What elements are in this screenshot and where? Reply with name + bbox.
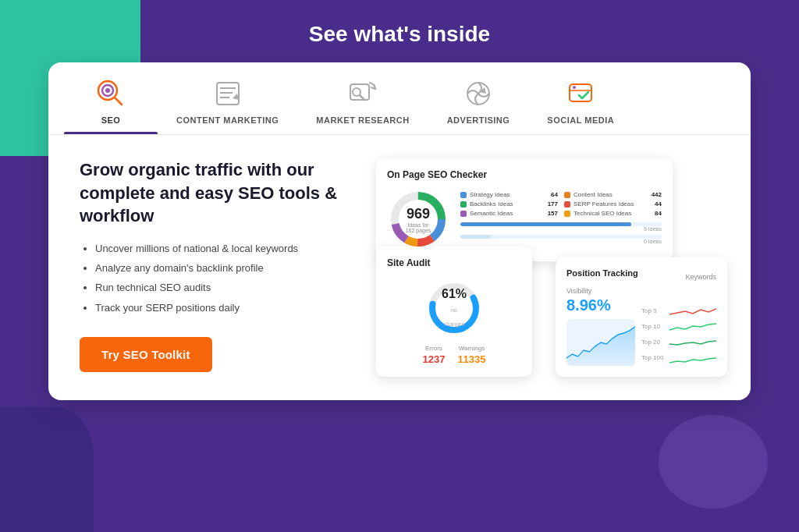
content-area: Grow organic traffic with our complete a… bbox=[48, 135, 751, 400]
svg-line-2 bbox=[115, 98, 122, 105]
metric-strategy: Strategy Ideas 64 bbox=[460, 191, 558, 198]
seo-metrics: Strategy Ideas 64 Content Ideas 442 Back… bbox=[460, 191, 662, 247]
keywords-label: Keywords bbox=[685, 268, 716, 282]
social-media-icon bbox=[563, 76, 598, 111]
metric-technical: Technical SEO Ideas 84 bbox=[564, 210, 662, 217]
seo-checker-content: 969 Ideas for 162 pages Strategy Ideas 6… bbox=[387, 188, 662, 250]
tab-seo[interactable]: SEO bbox=[64, 62, 158, 134]
keywords-column: Top 3 Top 10 bbox=[641, 287, 716, 366]
circle-pct: 61% bbox=[442, 287, 467, 300]
donut-chart: 969 Ideas for 162 pages bbox=[387, 188, 449, 250]
page-background: See what's inside SEO bbox=[0, 0, 799, 532]
site-audit-card: Site Audit 61% no changes bbox=[376, 246, 532, 377]
kw-top20-label: Top 20 bbox=[641, 339, 665, 346]
metric-dot-technical bbox=[564, 211, 570, 217]
main-heading: Grow organic traffic with our complete a… bbox=[80, 158, 345, 228]
kw-top100-sparkline bbox=[669, 352, 716, 364]
metric-label-technical: Technical SEO Ideas bbox=[574, 210, 652, 217]
progress-bars-section: 9 Ideas 0 Ideas bbox=[460, 222, 662, 247]
metric-label-content: Content Ideas bbox=[574, 191, 648, 198]
left-column: Grow organic traffic with our complete a… bbox=[80, 158, 345, 372]
stat-warnings: Warnings 11335 bbox=[457, 345, 485, 366]
decorative-blob-bl bbox=[0, 407, 94, 532]
tab-social-media[interactable]: SOCIAL MEDIA bbox=[528, 62, 633, 134]
metric-dot-serp bbox=[564, 201, 570, 207]
stat-errors: Errors 1237 bbox=[422, 345, 445, 366]
stat-errors-value: 1237 bbox=[422, 353, 445, 365]
tab-social-media-label: SOCIAL MEDIA bbox=[547, 115, 614, 125]
seo-icon bbox=[94, 76, 128, 111]
tab-market-research-label: MARKET RESEARCH bbox=[316, 115, 409, 125]
stat-warnings-label: Warnings bbox=[457, 345, 485, 352]
kw-top3-sparkline bbox=[669, 305, 716, 317]
metric-value-backlinks: 177 bbox=[548, 200, 558, 207]
svg-point-3 bbox=[105, 88, 110, 93]
prog-bar-1: 9 Ideas bbox=[460, 222, 662, 232]
tracking-header: Position Tracking Keywords bbox=[566, 268, 716, 282]
metric-value-semantic: 157 bbox=[548, 210, 558, 217]
metric-label-strategy: Strategy Ideas bbox=[470, 191, 548, 198]
metric-serp: SERP Features Ideas 44 bbox=[564, 200, 662, 207]
tab-seo-label: SEO bbox=[101, 115, 121, 125]
tab-market-research[interactable]: MARKET RESEARCH bbox=[297, 62, 428, 134]
kw-top10: Top 10 bbox=[641, 321, 716, 333]
tab-advertising-label: ADVERTISING bbox=[447, 115, 510, 125]
bullet-4: Track your SERP positions daily bbox=[95, 301, 345, 315]
svg-point-13 bbox=[573, 86, 576, 89]
kw-top10-sparkline bbox=[669, 321, 716, 333]
donut-center: 969 Ideas for 162 pages bbox=[403, 206, 434, 233]
metric-dot-semantic bbox=[460, 211, 467, 217]
kw-top3-label: Top 3 bbox=[641, 307, 665, 314]
bullet-list: Uncover millions of national & local key… bbox=[80, 242, 345, 315]
right-column: On Page SEO Checker bbox=[376, 158, 727, 377]
kw-top3: Top 3 bbox=[641, 305, 716, 317]
prog-label-1: 9 Ideas bbox=[460, 226, 662, 232]
tracking-body: Visibility 8.96% bbox=[566, 287, 716, 366]
tab-content-marketing[interactable]: CONTENT MARKETING bbox=[158, 62, 297, 134]
position-tracking-card: Position Tracking Keywords Visibility 8.… bbox=[556, 257, 727, 377]
kw-top10-label: Top 10 bbox=[641, 323, 665, 330]
metric-value-strategy: 64 bbox=[551, 191, 558, 198]
tab-advertising[interactable]: ADVERTISING bbox=[428, 62, 529, 134]
content-marketing-icon bbox=[211, 76, 245, 111]
audit-content: 61% no changes Errors 1237 Warnings bbox=[387, 276, 521, 366]
tracking-title-wrap: Position Tracking bbox=[566, 268, 638, 278]
site-audit-title: Site Audit bbox=[387, 257, 521, 268]
circle-center: 61% no changes bbox=[441, 287, 468, 329]
metric-backlinks: Backlinks Ideas 177 bbox=[460, 200, 558, 207]
metric-label-backlinks: Backlinks Ideas bbox=[470, 200, 545, 207]
chart-area bbox=[566, 319, 635, 366]
metric-content: Content Ideas 442 bbox=[564, 191, 662, 198]
visibility-section: Visibility 8.96% bbox=[566, 287, 635, 366]
donut-sub: Ideas for 162 pages bbox=[403, 222, 434, 233]
bullet-1: Uncover millions of national & local key… bbox=[95, 242, 345, 256]
visibility-label: Visibility bbox=[566, 287, 635, 295]
audit-stats: Errors 1237 Warnings 11335 bbox=[387, 345, 521, 366]
circle-sub: no changes bbox=[444, 307, 464, 327]
metric-label-serp: SERP Features Ideas bbox=[574, 200, 652, 207]
cta-button[interactable]: Try SEO Toolkit bbox=[80, 337, 212, 372]
seo-checker-title: On Page SEO Checker bbox=[387, 169, 662, 180]
tracking-title: Position Tracking bbox=[566, 268, 638, 278]
kw-top100: Top 100 bbox=[641, 352, 716, 364]
market-research-icon bbox=[346, 76, 380, 111]
page-title: See what's inside bbox=[309, 22, 490, 47]
tab-content-marketing-label: CONTENT MARKETING bbox=[176, 115, 279, 125]
donut-number: 969 bbox=[403, 206, 434, 222]
bullet-3: Run technical SEO audits bbox=[95, 281, 345, 295]
metric-value-content: 442 bbox=[652, 191, 662, 198]
metric-dot-backlinks bbox=[460, 201, 467, 207]
metric-value-technical: 84 bbox=[655, 210, 662, 217]
audit-circle: 61% no changes bbox=[427, 281, 481, 335]
metric-semantic: Semantic Ideas 157 bbox=[460, 210, 558, 217]
main-card: SEO CONTENT MARKETING bbox=[48, 62, 751, 400]
metric-value-serp: 44 bbox=[655, 200, 662, 207]
bullet-2: Analyze any domain's backlink profile bbox=[95, 261, 345, 275]
tabs-row: SEO CONTENT MARKETING bbox=[48, 62, 751, 135]
kw-top20-sparkline bbox=[669, 336, 716, 349]
prog-bar-2: 0 Ideas bbox=[460, 235, 662, 244]
metric-dot-strategy bbox=[460, 192, 467, 198]
prog-label-2: 0 Ideas bbox=[460, 239, 662, 244]
kw-top100-label: Top 100 bbox=[641, 354, 665, 361]
metric-dot-content bbox=[564, 192, 570, 198]
